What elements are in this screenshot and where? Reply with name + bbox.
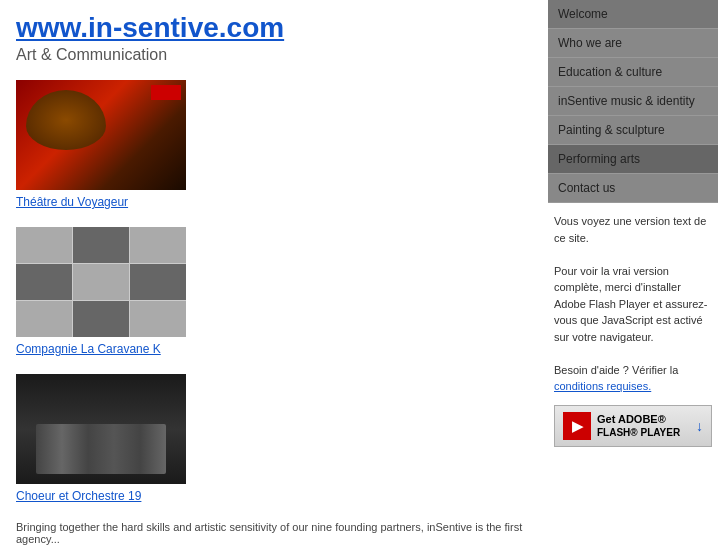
caravane-image [16, 227, 186, 337]
nav-welcome[interactable]: Welcome [548, 0, 718, 29]
flash-button-text: Get ADOBE® FLASH® PLAYER [597, 412, 680, 439]
nav-education[interactable]: Education & culture [548, 58, 718, 87]
flash-icon: ▶ [563, 412, 591, 440]
theatre-image [16, 80, 186, 190]
site-title[interactable]: www.in-sentive.com [16, 12, 532, 44]
site-subtitle: Art & Communication [16, 46, 532, 64]
nav-performing-arts[interactable]: Performing arts [548, 145, 718, 174]
flash-info-box: Vous voyez une version text de ce site. … [554, 213, 712, 395]
get-flash-button[interactable]: ▶ Get ADOBE® FLASH® PLAYER ↓ [554, 405, 712, 447]
download-arrow-icon: ↓ [696, 418, 703, 434]
caravane-link[interactable]: Compagnie La Caravane K [16, 342, 161, 356]
flash-text3: Besoin d'aide ? Vérifier la conditions r… [554, 362, 712, 395]
content-item-theatre: Théâtre du Voyageur [16, 80, 532, 209]
flash-text1: Vous voyez une version text de ce site. [554, 213, 712, 246]
bottom-text: Bringing together the hard skills and ar… [16, 521, 532, 545]
sidebar: Welcome Who we are Education & culture i… [548, 0, 718, 545]
nav-contact[interactable]: Contact us [548, 174, 718, 203]
content-item-caravane: Compagnie La Caravane K [16, 227, 532, 356]
nav-music[interactable]: inSentive music & identity [548, 87, 718, 116]
flash-text2: Pour voir la vrai version complète, merc… [554, 263, 712, 346]
content-item-choeur: Choeur et Orchestre 19 [16, 374, 532, 503]
choeur-link[interactable]: Choeur et Orchestre 19 [16, 489, 141, 503]
conditions-link[interactable]: conditions requises. [554, 380, 651, 392]
nav-painting[interactable]: Painting & sculpture [548, 116, 718, 145]
theatre-link[interactable]: Théâtre du Voyageur [16, 195, 128, 209]
nav-who-we-are[interactable]: Who we are [548, 29, 718, 58]
choeur-image [16, 374, 186, 484]
